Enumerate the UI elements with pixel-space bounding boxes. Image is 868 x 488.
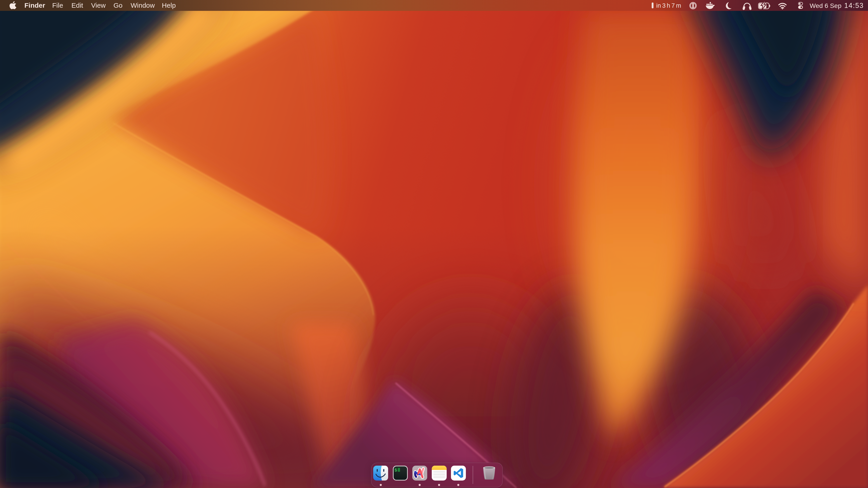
svg-text:$: $	[395, 468, 397, 473]
